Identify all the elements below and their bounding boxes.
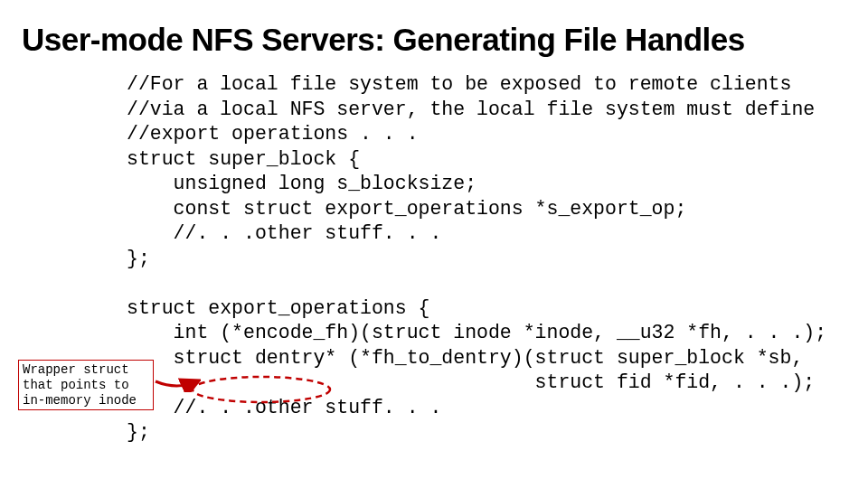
- code-line: unsigned long s_blocksize;: [127, 173, 476, 194]
- code-line: struct super_block {: [127, 148, 360, 170]
- svg-point-0: [193, 377, 330, 402]
- code-line: //. . .other stuff. . .: [127, 222, 441, 244]
- code-line: struct dentry* (*fh_to_dentry)(struct su…: [127, 347, 803, 369]
- callout-line: in-memory inode: [23, 393, 149, 408]
- highlight-ellipse-icon: [190, 374, 333, 405]
- code-line: //export operations . . .: [127, 123, 419, 145]
- slide-title: User-mode NFS Servers: Generating File H…: [22, 22, 846, 58]
- code-line: };: [127, 248, 150, 269]
- code-line: //For a local file system to be exposed …: [127, 73, 791, 95]
- code-line: struct export_operations {: [127, 297, 429, 319]
- code-line: //via a local NFS server, the local file…: [127, 99, 815, 120]
- callout-line: that points to: [23, 378, 149, 393]
- code-line: const struct export_operations *s_export…: [127, 198, 686, 220]
- code-line: int (*encode_fh)(struct inode *inode, __…: [127, 322, 826, 343]
- code-line: };: [127, 421, 150, 443]
- callout-annotation: Wrapper struct that points to in-memory …: [18, 360, 154, 410]
- callout-line: Wrapper struct: [23, 362, 149, 378]
- slide: User-mode NFS Servers: Generating File H…: [0, 0, 868, 488]
